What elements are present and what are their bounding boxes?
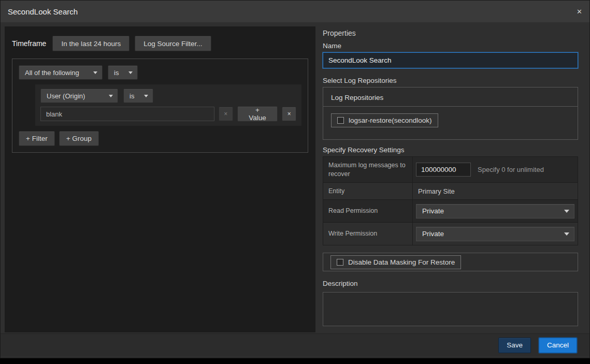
properties-panel: Properties Name Select Log Repositories … xyxy=(323,26,578,332)
properties-heading: Properties xyxy=(323,29,578,37)
write-permission-value-cell: Private xyxy=(413,223,578,245)
field-condition-dropdown[interactable]: is xyxy=(123,89,153,103)
settings-row-entity: Entity Primary Site xyxy=(323,183,578,200)
field-condition-label: is xyxy=(129,92,134,100)
max-messages-input[interactable] xyxy=(416,163,471,177)
filter-value-input[interactable] xyxy=(40,107,214,121)
add-group-button[interactable]: + Group xyxy=(59,131,99,146)
repository-checkbox-item[interactable]: logsar-restore(secondlook) xyxy=(331,113,438,127)
name-input[interactable] xyxy=(323,52,578,68)
chevron-down-icon xyxy=(144,95,148,97)
screen: SecondLook Search ✕ Timeframe In the las… xyxy=(0,0,590,364)
dialog-titlebar: SecondLook Search ✕ xyxy=(1,1,589,22)
group-operator-dropdown[interactable]: All of the following xyxy=(19,65,103,80)
field-label: User (Origin) xyxy=(47,92,85,100)
repository-checkbox-label: logsar-restore(secondlook) xyxy=(349,117,432,124)
write-permission-label: Write Permission xyxy=(323,223,413,245)
timeframe-label: Timeframe xyxy=(12,39,46,48)
close-icon[interactable]: ✕ xyxy=(577,8,582,16)
log-repositories-title: Log Repositories xyxy=(323,88,578,106)
chevron-down-icon xyxy=(93,71,97,74)
timeframe-row: Timeframe In the last 24 hours Log Sourc… xyxy=(5,26,315,51)
filter-value-row: × + Value × xyxy=(40,106,296,122)
write-permission-dropdown[interactable]: Private xyxy=(416,227,574,241)
chevron-down-icon xyxy=(128,71,133,74)
checkbox-icon[interactable] xyxy=(337,117,344,124)
field-dropdown[interactable]: User (Origin) xyxy=(40,89,118,103)
read-permission-value-cell: Private xyxy=(413,200,578,222)
add-value-button[interactable]: + Value xyxy=(237,106,278,122)
chevron-down-icon xyxy=(109,95,113,97)
read-permission-dropdown[interactable]: Private xyxy=(416,204,574,219)
recovery-settings-table: Maximum log messages to recover Specify … xyxy=(323,156,578,245)
write-permission-value: Private xyxy=(422,230,444,238)
entity-value: Primary Site xyxy=(416,187,455,195)
dialog-footer: Save Cancel xyxy=(1,333,589,356)
checkbox-icon[interactable] xyxy=(337,259,343,266)
data-masking-box: Disable Data Masking For Restore xyxy=(323,253,578,271)
group-condition-label: is xyxy=(114,69,119,77)
group-operator-row: All of the following is xyxy=(19,65,301,80)
desktop-strip xyxy=(0,359,590,364)
filter-field-row: User (Origin) is xyxy=(40,89,296,103)
recovery-settings-label: Specify Recovery Settings xyxy=(323,146,578,154)
disable-masking-label: Disable Data Masking For Restore xyxy=(348,258,455,266)
max-messages-hint: Specify 0 for unlimited xyxy=(478,166,544,173)
log-source-filter-button[interactable]: Log Source Filter... xyxy=(135,36,211,51)
entity-value-cell: Primary Site xyxy=(413,183,578,199)
select-log-repositories-label: Select Log Repositories xyxy=(323,77,578,84)
description-label: Description xyxy=(323,280,578,287)
filter-actions-row: + Filter + Group xyxy=(19,131,301,146)
timeframe-button[interactable]: In the last 24 hours xyxy=(52,36,129,51)
remove-filter-button[interactable]: × xyxy=(282,107,296,121)
read-permission-value: Private xyxy=(422,207,444,215)
log-repositories-box: Log Repositories logsar-restore(secondlo… xyxy=(323,87,578,140)
dialog-title: SecondLook Search xyxy=(8,7,78,16)
settings-row-read-permission: Read Permission Private xyxy=(323,200,578,223)
remove-value-button[interactable]: × xyxy=(219,107,233,121)
filter-item: User (Origin) is × + Value × xyxy=(35,84,301,126)
secondlook-search-dialog: SecondLook Search ✕ Timeframe In the las… xyxy=(0,0,590,358)
name-label: Name xyxy=(323,42,578,50)
chevron-down-icon xyxy=(564,232,569,236)
add-filter-button[interactable]: + Filter xyxy=(19,131,55,146)
chevron-down-icon xyxy=(564,210,569,213)
divider xyxy=(323,106,578,107)
read-permission-label: Read Permission xyxy=(323,200,413,222)
settings-row-write-permission: Write Permission Private xyxy=(323,223,578,245)
group-condition-dropdown[interactable]: is xyxy=(108,65,138,80)
filter-builder-box: All of the following is User (Origin) xyxy=(12,59,308,153)
query-builder-panel: Timeframe In the last 24 hours Log Sourc… xyxy=(5,26,315,332)
settings-row-max-messages: Maximum log messages to recover Specify … xyxy=(323,157,578,183)
group-operator-label: All of the following xyxy=(25,69,79,77)
entity-label: Entity xyxy=(323,183,413,199)
description-textarea[interactable] xyxy=(323,292,578,326)
save-button[interactable]: Save xyxy=(498,338,531,353)
cancel-button[interactable]: Cancel xyxy=(539,338,577,353)
disable-masking-checkbox-item[interactable]: Disable Data Masking For Restore xyxy=(330,255,461,269)
max-messages-value-cell: Specify 0 for unlimited xyxy=(413,157,578,182)
max-messages-label: Maximum log messages to recover xyxy=(323,157,413,182)
